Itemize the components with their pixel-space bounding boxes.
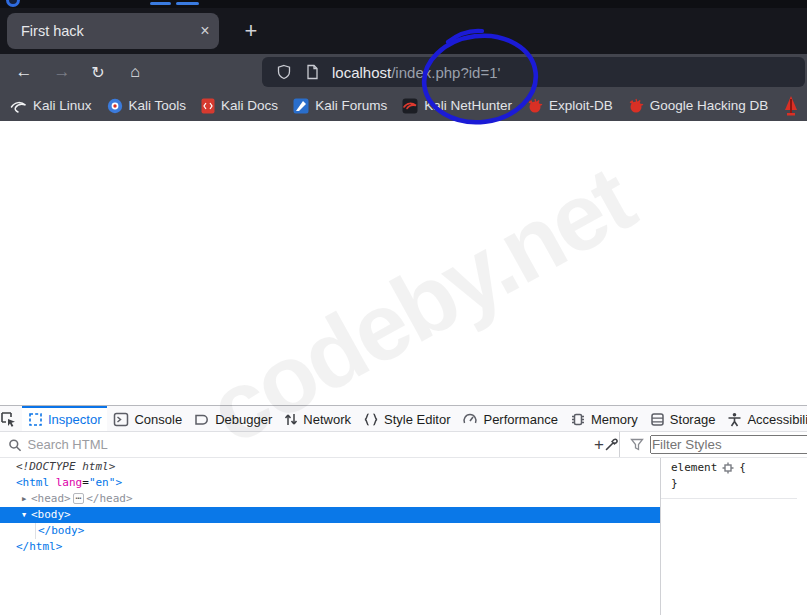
browser-tab[interactable]: First hack × — [7, 13, 219, 49]
kali-forums-icon — [293, 98, 309, 114]
filter-styles-box[interactable] — [619, 432, 807, 457]
console-icon — [113, 412, 129, 427]
bookmark-kali-docs[interactable]: Kali Docs — [201, 98, 278, 114]
markup-row-html-close[interactable]: </html> — [0, 539, 660, 555]
exploit-db-icon — [527, 98, 543, 114]
performance-icon — [462, 412, 478, 427]
devtools-tab-network[interactable]: Network — [278, 406, 357, 431]
bookmark-kali-nethunter[interactable]: Kali NetHunter — [402, 98, 512, 114]
markup-row-body-selected[interactable]: ▼ <body> — [0, 507, 660, 523]
kali-nethunter-icon — [402, 98, 418, 114]
highlighter-target-icon[interactable] — [722, 462, 734, 474]
kali-linux-icon — [10, 98, 27, 114]
top-strip-blue-dash — [150, 2, 171, 5]
search-html-input[interactable] — [28, 437, 594, 452]
accessibility-icon — [727, 412, 742, 427]
devtools-tab-debugger[interactable]: Debugger — [188, 406, 278, 431]
devtools-search-row: + — [0, 432, 807, 458]
rule-open-brace: { — [739, 460, 746, 476]
bookmark-kali-tools[interactable]: Kali Tools — [107, 98, 187, 114]
indent-guide — [35, 523, 36, 539]
kali-tools-icon — [107, 98, 123, 114]
url-host: localhost — [332, 64, 391, 81]
url-bar[interactable]: localhost/index.php?id=1' — [262, 57, 805, 87]
expand-arrow-icon[interactable]: ▶ — [19, 491, 29, 507]
top-strip-blue-dash — [176, 2, 199, 5]
home-button[interactable]: ⌂ — [120, 58, 150, 86]
markup-row-html-open[interactable]: <html lang="en"> — [0, 475, 660, 491]
devtools-tab-memory[interactable]: Memory — [564, 406, 644, 431]
window-top-strip — [0, 0, 807, 8]
bookmark-kali-forums[interactable]: Kali Forums — [293, 98, 387, 114]
google-hacking-db-icon — [628, 98, 644, 114]
markup-row-body-close[interactable]: </body> — [0, 523, 660, 539]
top-strip-blue-blob — [6, 0, 20, 7]
tab-bar: First hack × + — [0, 8, 807, 54]
bookmark-kali-linux[interactable]: Kali Linux — [10, 98, 92, 114]
bookmark-google-hacking-db[interactable]: Google Hacking DB — [628, 98, 769, 114]
filter-funnel-icon — [630, 438, 644, 451]
bookmarks-toolbar: Kali Linux Kali Tools Kali Docs Kali For… — [0, 90, 807, 121]
tab-close-icon[interactable]: × — [191, 22, 219, 40]
markup-row-head[interactable]: ▶ <head>⋯</head> — [0, 491, 660, 507]
reload-button[interactable]: ↻ — [83, 58, 113, 86]
forward-button[interactable]: → — [47, 58, 77, 86]
element-picker-button[interactable] — [0, 406, 16, 431]
markup-row-doctype[interactable]: <!DOCTYPE html> — [0, 459, 660, 475]
url-text: localhost/index.php?id=1' — [332, 64, 500, 81]
search-html-box[interactable] — [0, 437, 594, 452]
inspector-icon — [28, 412, 43, 427]
devtools-tab-performance[interactable]: Performance — [456, 406, 563, 431]
devtools-tab-bar: Inspector Console Debugger — [0, 406, 807, 432]
bookmark-exploit-db[interactable]: Exploit-DB — [527, 98, 613, 114]
page-icon — [305, 64, 320, 80]
memory-icon — [570, 412, 586, 427]
tab-title: First hack — [7, 23, 191, 39]
offsec-lantern-icon — [783, 95, 799, 117]
devtools-tab-console[interactable]: Console — [107, 406, 188, 431]
rule-close-brace: } — [671, 476, 678, 492]
collapse-arrow-icon[interactable]: ▼ — [19, 507, 29, 523]
devtools-content: <!DOCTYPE html> <html lang="en"> ▶ <head… — [0, 458, 807, 615]
rule-selector[interactable]: element — [671, 460, 717, 476]
back-button[interactable]: ← — [9, 58, 39, 86]
devtools-tab-style-editor[interactable]: Style Editor — [357, 406, 456, 431]
debugger-icon — [194, 412, 210, 427]
html-markup-view[interactable]: <!DOCTYPE html> <html lang="en"> ▶ <head… — [0, 458, 661, 615]
devtools-panel: Inspector Console Debugger — [0, 405, 807, 615]
devtools-tab-inspector[interactable]: Inspector — [22, 406, 107, 431]
devtools-tab-accessibility[interactable]: Accessibility — [721, 406, 807, 431]
search-icon — [8, 438, 22, 452]
eyedropper-icon — [604, 437, 619, 452]
storage-icon — [650, 412, 665, 427]
network-icon — [284, 412, 298, 427]
browser-window: First hack × + ← → ↻ ⌂ localhost/index.p… — [0, 0, 807, 615]
kali-docs-icon — [201, 98, 215, 114]
new-tab-button[interactable]: + — [233, 13, 269, 49]
devtools-tab-storage[interactable]: Storage — [644, 406, 722, 431]
css-rules-view[interactable]: element { } — [661, 458, 807, 615]
url-path: /index.php?id=1' — [391, 64, 500, 81]
element-rule: element { } — [661, 460, 797, 499]
shield-icon — [276, 64, 292, 80]
eyedropper-button[interactable] — [604, 437, 619, 452]
navigation-toolbar: ← → ↻ ⌂ localhost/index.php?id=1' — [0, 54, 807, 90]
filter-styles-input[interactable] — [650, 435, 807, 454]
style-editor-icon — [363, 412, 379, 427]
collapsed-ellipsis-badge[interactable]: ⋯ — [73, 493, 84, 504]
bookmark-partial[interactable] — [783, 95, 799, 117]
element-picker-icon — [0, 411, 16, 427]
add-node-button[interactable]: + — [594, 435, 604, 455]
page-viewport — [0, 121, 807, 405]
